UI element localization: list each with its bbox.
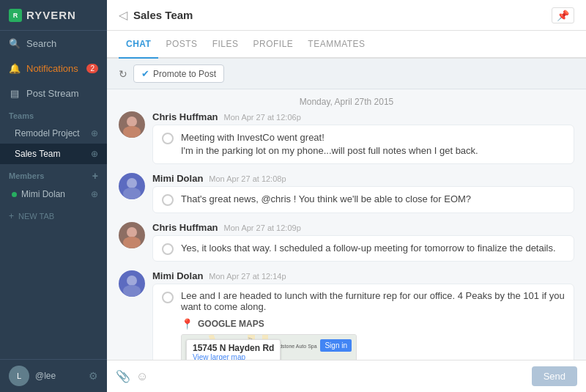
sales-team-label: Sales Team [15, 149, 60, 159]
sidebar-notifications-label: Notifications [26, 63, 78, 74]
svg-point-5 [123, 237, 141, 248]
notification-badge: 2 [86, 64, 98, 73]
message-time: Mon Apr 27 at 12:06p [224, 113, 301, 122]
map-embed[interactable]: 15745 Hayden Rd Four Peaks Grill & Tap S… [181, 334, 357, 360]
sidebar-team-sales[interactable]: Sales Team ⊕ [0, 144, 107, 164]
sidebar-footer: L @lee ⚙ [0, 359, 107, 392]
google-maps-icon: 📍 [181, 318, 193, 330]
refresh-button[interactable]: ↻ [119, 68, 127, 80]
toolbar: ↻ ✔ Promote to Post [107, 59, 586, 89]
settings-icon[interactable]: ⚙ [89, 370, 98, 382]
promote-radio[interactable] [162, 133, 174, 144]
map-star-icon[interactable]: ★ [332, 358, 341, 360]
avatar [119, 270, 145, 297]
top-bar: ◁ Sales Team 📌 [107, 0, 586, 31]
promote-radio[interactable] [162, 243, 174, 255]
message-time: Mon Apr 27 at 12:09p [224, 223, 301, 232]
online-status-dot [12, 192, 17, 197]
message-header: Chris Huffman Mon Apr 27 at 12:09p [152, 222, 574, 233]
logo-icon: R [9, 9, 22, 22]
message-text: Yes, it looks that way. I scheduled a fo… [181, 242, 556, 255]
svg-point-3 [123, 188, 141, 199]
message-bubble: Yes, it looks that way. I scheduled a fo… [152, 235, 574, 262]
message-text: Meeting with InvestCo went great!I'm in … [181, 131, 478, 158]
tab-chat[interactable]: CHAT [119, 31, 158, 59]
message-bubble: That's great news, @chris ! You think we… [152, 186, 574, 212]
map-view-larger[interactable]: View larger map [193, 353, 274, 360]
message-row: Chris Huffman Mon Apr 27 at 12:09p Yes, … [119, 222, 574, 262]
sidebar-search-label: Search [26, 38, 56, 49]
date-divider: Monday, April 27th 2015 [119, 89, 574, 111]
message-input[interactable] [154, 371, 525, 382]
tab-bar: CHAT POSTS FILES PROFILE TEAMMATES [107, 31, 586, 59]
main-area: ◁ Sales Team 📌 CHAT POSTS FILES PROFILE … [107, 0, 586, 392]
notification-icon: 🔔 [9, 62, 21, 74]
sidebar-post-stream-label: Post Stream [26, 88, 79, 99]
map-address-box: 15745 N Hayden Rd View larger map [186, 339, 281, 360]
members-section: Members + [0, 164, 107, 185]
maps-provider-label: GOOGLE MAPS [198, 319, 264, 329]
send-button[interactable]: Send [532, 366, 577, 386]
sender-name: Mimi Dolan [152, 173, 203, 184]
channel-title: Sales Team [133, 9, 552, 21]
teams-section-label: Teams [0, 106, 107, 123]
map-intro-text: Lee and I are headed to lunch with the f… [181, 290, 565, 312]
svg-point-1 [123, 126, 141, 138]
sales-options-icon[interactable]: ⊕ [91, 149, 98, 159]
current-username: @lee [35, 371, 89, 381]
sender-name: Chris Huffman [152, 111, 218, 122]
members-section-label: Members [9, 171, 44, 180]
message-row: Mimi Dolan Mon Apr 27 at 12:14p Lee and … [119, 270, 574, 360]
message-header: Chris Huffman Mon Apr 27 at 12:06p [152, 111, 574, 122]
new-tab-item[interactable]: + NEW TAB [0, 207, 107, 226]
search-icon: 🔍 [9, 37, 21, 49]
promote-radio[interactable] [162, 292, 174, 303]
message-header: Mimi Dolan Mon Apr 27 at 12:14p [152, 270, 574, 281]
tab-teammates[interactable]: TEAMMATES [300, 31, 372, 59]
message-bubble: Meeting with InvestCo went great!I'm in … [152, 125, 574, 164]
sidebar-item-post-stream[interactable]: ▤ Post Stream [0, 81, 107, 106]
sidebar: R RYVERN 🔍 Search 🔔 Notifications 2 ▤ Po… [0, 0, 107, 392]
tab-posts[interactable]: POSTS [158, 31, 204, 59]
svg-point-7 [123, 285, 141, 297]
sidebar-item-notifications[interactable]: 🔔 Notifications 2 [0, 56, 107, 81]
emoji-icon[interactable]: ☺ [136, 370, 148, 383]
post-stream-icon: ▤ [9, 87, 21, 99]
sidebar-member-mimi[interactable]: Mimi Dolan ⊕ [0, 185, 107, 204]
message-row: Mimi Dolan Mon Apr 27 at 12:08p That's g… [119, 173, 574, 212]
promote-radio[interactable] [162, 194, 174, 206]
message-content: Chris Huffman Mon Apr 27 at 12:06p Meeti… [152, 111, 574, 164]
check-icon: ✔ [141, 68, 149, 79]
app-container: R RYVERN 🔍 Search 🔔 Notifications 2 ▤ Po… [0, 0, 586, 392]
member-options-icon[interactable]: ⊕ [91, 189, 98, 199]
promote-label: Promote to Post [153, 69, 216, 79]
message-header: Mimi Dolan Mon Apr 27 at 12:08p [152, 173, 574, 184]
sidebar-item-search[interactable]: 🔍 Search [0, 31, 107, 56]
avatar [119, 111, 145, 138]
map-signin-button[interactable]: Sign in [320, 339, 352, 352]
new-tab-label: NEW TAB [18, 212, 54, 221]
svg-point-2 [127, 178, 137, 188]
svg-point-6 [127, 275, 137, 286]
message-content: Chris Huffman Mon Apr 27 at 12:09p Yes, … [152, 222, 574, 262]
map-address: 15745 N Hayden Rd [193, 343, 274, 353]
mimi-dolan-label: Mimi Dolan [21, 189, 65, 199]
input-area: 📎 ☺ Send [107, 360, 586, 392]
attach-icon[interactable]: 📎 [116, 369, 130, 383]
sender-name: Mimi Dolan [152, 270, 203, 281]
new-tab-plus-icon: + [9, 211, 14, 221]
avatar [119, 222, 145, 248]
sidebar-team-remodel[interactable]: Remodel Project ⊕ [0, 123, 107, 144]
add-member-icon[interactable]: + [92, 170, 98, 182]
back-button[interactable]: ◁ [119, 8, 127, 22]
promote-to-post-button[interactable]: ✔ Promote to Post [133, 64, 224, 83]
remodel-options-icon[interactable]: ⊕ [91, 128, 98, 138]
pin-icon[interactable]: 📌 [552, 7, 574, 23]
messages-area[interactable]: Monday, April 27th 2015 Chris Huffman Mo… [107, 89, 586, 360]
tab-files[interactable]: FILES [205, 31, 246, 59]
svg-point-4 [127, 227, 137, 237]
map-message: Lee and I are headed to lunch with the f… [152, 284, 574, 360]
logo-text: RYVERN [26, 9, 76, 21]
tab-profile[interactable]: PROFILE [245, 31, 300, 59]
message-row: Chris Huffman Mon Apr 27 at 12:06p Meeti… [119, 111, 574, 164]
